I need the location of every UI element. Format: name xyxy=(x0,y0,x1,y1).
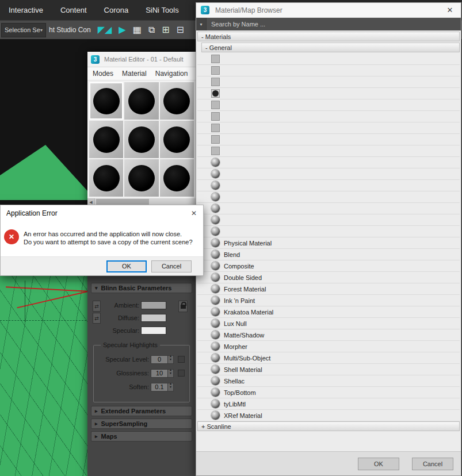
material-sphere-icon xyxy=(211,170,220,178)
error-titlebar[interactable]: Application Error ✕ xyxy=(1,205,203,221)
material-sample-slot-1[interactable] xyxy=(89,82,123,120)
selection-set-dropdown[interactable]: Selection Se ▾ xyxy=(1,23,46,37)
color-swatch-diffuse[interactable] xyxy=(141,314,166,322)
material-editor-titlebar[interactable]: 3 Material Editor - 01 - Default xyxy=(87,52,196,67)
spinner-field-soften[interactable]: 0.1▴▾ xyxy=(151,383,174,391)
cancel-button[interactable]: Cancel xyxy=(151,260,192,272)
browser-item-blend[interactable]: Blend xyxy=(197,249,460,260)
layers-icon[interactable]: ⧉ xyxy=(148,25,155,34)
browser-item-lux-null[interactable]: Lux Null xyxy=(197,318,460,329)
lock-button[interactable] xyxy=(178,301,188,312)
browser-item-morpher[interactable]: Morpher xyxy=(197,341,460,352)
spinner-down-icon[interactable]: ▾ xyxy=(170,387,171,390)
browser-item[interactable] xyxy=(197,53,460,65)
browser-item[interactable] xyxy=(197,214,460,226)
browser-item[interactable] xyxy=(197,145,460,157)
browser-item-composite[interactable]: Composite xyxy=(197,260,460,272)
grid-minus-icon[interactable]: ⊟ xyxy=(177,25,184,34)
spinner-field-specular-level[interactable]: 0▴▾ xyxy=(151,355,174,364)
browser-item[interactable] xyxy=(197,226,460,237)
browser-item-label: Forest Material xyxy=(224,286,266,293)
sini-arrows-icon[interactable]: ◤◢ xyxy=(98,25,112,34)
browser-item-label: Composite xyxy=(224,263,254,270)
sini-play-icon[interactable]: ▶ xyxy=(119,25,125,34)
material-sample-slot-8[interactable] xyxy=(124,159,158,197)
menu-item-sini-tools[interactable]: SiNi Tools xyxy=(137,0,188,20)
close-icon[interactable]: ✕ xyxy=(185,205,203,221)
rollout-maps[interactable]: ▸Maps xyxy=(91,431,192,442)
browser-item[interactable] xyxy=(197,203,460,214)
menu-item-corona[interactable]: Corona xyxy=(96,0,138,20)
browser-item[interactable] xyxy=(197,99,460,111)
browser-item[interactable] xyxy=(197,168,460,180)
browser-item-ink-n-paint[interactable]: Ink 'n Paint xyxy=(197,295,460,306)
spinner-down-icon[interactable]: ▾ xyxy=(170,373,171,377)
browser-item[interactable] xyxy=(197,65,460,76)
browser-item-krakatoa-material[interactable]: Krakatoa Material xyxy=(197,306,460,318)
rollout-extended-parameters[interactable]: ▸Extended Parameters xyxy=(91,406,192,416)
ok-button[interactable]: OK xyxy=(358,458,399,470)
material-sample-slot-9[interactable] xyxy=(160,159,194,197)
material-thumb-icon xyxy=(211,89,220,98)
section-materials[interactable]: - Materials xyxy=(197,32,460,41)
material-sample-slot-3[interactable] xyxy=(160,82,194,120)
material-sample-slot-2[interactable] xyxy=(124,82,158,120)
browser-item[interactable] xyxy=(197,76,460,88)
material-sample-slot-5[interactable] xyxy=(124,121,158,158)
browser-title: Material/Map Browser xyxy=(215,6,282,14)
color-swatch-specular[interactable] xyxy=(141,327,166,335)
browser-item-physical-material[interactable]: Physical Material xyxy=(197,237,460,249)
grid-plus-icon[interactable]: ⊞ xyxy=(162,25,169,34)
color-swatch-ambient[interactable] xyxy=(141,301,166,309)
menu-item-content[interactable]: Content xyxy=(52,0,96,20)
close-icon[interactable]: ✕ xyxy=(444,6,456,14)
browser-item-shellac[interactable]: Shellac xyxy=(197,375,460,387)
section-general[interactable]: - General xyxy=(201,43,460,52)
browser-titlebar[interactable]: 3 Material/Map Browser ✕ xyxy=(196,3,461,18)
browser-item[interactable] xyxy=(197,157,460,168)
spreadsheet-icon[interactable]: ▦ xyxy=(133,25,142,34)
browser-item-multi-sub-object[interactable]: Multi/Sub-Object xyxy=(197,352,460,364)
cancel-button[interactable]: Cancel xyxy=(412,458,453,470)
browser-item-top-bottom[interactable]: Top/Bottom xyxy=(197,387,460,398)
browser-item-shell-material[interactable]: Shell Material xyxy=(197,364,460,375)
viewport-ground-near xyxy=(0,275,87,476)
spinner-row-glossiness: Glossiness:10▴▾ xyxy=(96,366,187,380)
browser-item[interactable] xyxy=(197,134,460,145)
browser-item[interactable] xyxy=(197,88,460,99)
rollout-blinn-basic-parameters[interactable]: ▾ Blinn Basic Parameters xyxy=(91,283,192,293)
browser-options-icon[interactable]: ▾ xyxy=(196,18,207,30)
menu-navigation[interactable]: Navigation xyxy=(155,70,188,78)
menu-modes[interactable]: Modes xyxy=(93,70,113,78)
map-button[interactable] xyxy=(178,356,185,363)
material-sample-slot-4[interactable] xyxy=(89,121,123,158)
error-title: Application Error xyxy=(6,209,58,217)
search-input[interactable] xyxy=(211,21,461,28)
material-sphere-icon xyxy=(211,193,220,201)
browser-item-xref-material[interactable]: XRef Material xyxy=(197,410,460,421)
menu-material[interactable]: Material xyxy=(122,70,147,78)
spinner-down-icon[interactable]: ▾ xyxy=(170,359,171,363)
menu-item-interactive[interactable]: Interactive xyxy=(0,0,52,20)
browser-item-double-sided[interactable]: Double Sided xyxy=(197,272,460,283)
material-thumb-icon xyxy=(211,101,220,109)
browser-item-label: Top/Bottom xyxy=(224,389,256,396)
browser-item-tylibmtl[interactable]: tyLibMtl xyxy=(197,398,460,410)
material-sphere-icon xyxy=(211,365,220,374)
material-sample-slot-7[interactable] xyxy=(89,159,123,197)
browser-item[interactable] xyxy=(197,180,460,191)
browser-item-forest-material[interactable]: Forest Material xyxy=(197,283,460,295)
browser-item[interactable] xyxy=(197,191,460,203)
section-scanline[interactable]: + Scanline xyxy=(197,421,460,431)
material-sample-slot-6[interactable] xyxy=(160,121,194,158)
rollout-supersampling[interactable]: ▸SuperSampling xyxy=(91,419,192,429)
browser-item-matte-shadow[interactable]: Matte/Shadow xyxy=(197,329,460,341)
ok-button[interactable]: OK xyxy=(106,260,147,272)
map-button[interactable] xyxy=(178,370,185,377)
browser-item[interactable] xyxy=(197,122,460,134)
browser-item-label: Ink 'n Paint xyxy=(224,297,255,304)
ambient-diffuse-link-button[interactable]: ⇄ xyxy=(93,301,101,312)
browser-item[interactable] xyxy=(197,111,460,122)
ambient-diffuse-link-button[interactable]: ⇄ xyxy=(93,313,101,324)
spinner-field-glossiness[interactable]: 10▴▾ xyxy=(151,369,174,378)
